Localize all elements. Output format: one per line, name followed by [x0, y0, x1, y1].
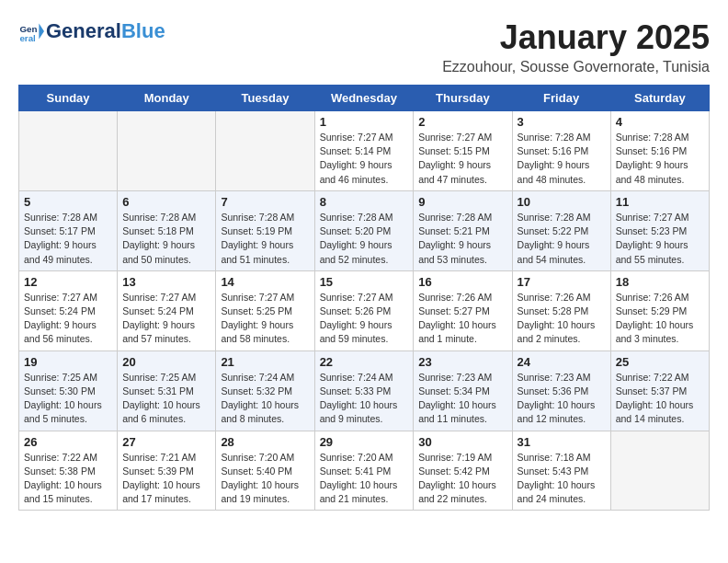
calendar-week-row: 1Sunrise: 7:27 AM Sunset: 5:14 PM Daylig… — [19, 111, 710, 191]
day-number: 15 — [320, 275, 409, 289]
calendar-day-cell: 1Sunrise: 7:27 AM Sunset: 5:14 PM Daylig… — [314, 111, 414, 191]
day-sun-info: Sunrise: 7:27 AM Sunset: 5:23 PM Dayligh… — [616, 211, 704, 267]
calendar-day-cell — [19, 111, 118, 191]
day-number: 28 — [221, 435, 309, 449]
calendar-day-cell: 9Sunrise: 7:28 AM Sunset: 5:21 PM Daylig… — [414, 190, 512, 270]
day-number: 5 — [24, 195, 112, 209]
calendar-week-row: 26Sunrise: 7:22 AM Sunset: 5:38 PM Dayli… — [19, 431, 710, 511]
day-sun-info: Sunrise: 7:26 AM Sunset: 5:29 PM Dayligh… — [616, 291, 704, 347]
day-number: 27 — [122, 435, 210, 449]
day-sun-info: Sunrise: 7:28 AM Sunset: 5:20 PM Dayligh… — [320, 211, 409, 267]
day-number: 8 — [320, 195, 409, 209]
day-sun-info: Sunrise: 7:27 AM Sunset: 5:25 PM Dayligh… — [221, 291, 309, 347]
day-number: 11 — [616, 195, 704, 209]
calendar-week-row: 19Sunrise: 7:25 AM Sunset: 5:30 PM Dayli… — [19, 350, 710, 431]
calendar-day-cell: 5Sunrise: 7:28 AM Sunset: 5:17 PM Daylig… — [19, 190, 118, 270]
day-sun-info: Sunrise: 7:27 AM Sunset: 5:24 PM Dayligh… — [24, 291, 112, 347]
day-sun-info: Sunrise: 7:28 AM Sunset: 5:18 PM Dayligh… — [122, 211, 210, 267]
day-sun-info: Sunrise: 7:20 AM Sunset: 5:40 PM Dayligh… — [221, 451, 309, 507]
page-header: Gen eral GeneralBlue January 2025 Ezzouh… — [18, 18, 710, 75]
day-number: 23 — [418, 355, 506, 369]
calendar-day-cell: 19Sunrise: 7:25 AM Sunset: 5:30 PM Dayli… — [19, 350, 118, 431]
day-sun-info: Sunrise: 7:24 AM Sunset: 5:32 PM Dayligh… — [221, 371, 309, 427]
day-number: 21 — [221, 355, 309, 369]
calendar-day-cell — [118, 111, 216, 191]
day-sun-info: Sunrise: 7:27 AM Sunset: 5:24 PM Dayligh… — [122, 291, 210, 347]
day-number: 18 — [616, 275, 704, 289]
day-number: 16 — [418, 275, 506, 289]
location-subtitle: Ezzouhour, Sousse Governorate, Tunisia — [442, 59, 710, 75]
calendar-day-cell: 8Sunrise: 7:28 AM Sunset: 5:20 PM Daylig… — [314, 190, 414, 270]
calendar-day-cell: 16Sunrise: 7:26 AM Sunset: 5:27 PM Dayli… — [414, 270, 512, 350]
calendar-day-cell: 2Sunrise: 7:27 AM Sunset: 5:15 PM Daylig… — [414, 111, 512, 191]
day-number: 24 — [518, 355, 606, 369]
calendar-day-cell: 17Sunrise: 7:26 AM Sunset: 5:28 PM Dayli… — [512, 270, 610, 350]
calendar-day-cell: 26Sunrise: 7:22 AM Sunset: 5:38 PM Dayli… — [19, 431, 118, 511]
day-sun-info: Sunrise: 7:28 AM Sunset: 5:19 PM Dayligh… — [221, 211, 309, 267]
calendar-day-cell: 21Sunrise: 7:24 AM Sunset: 5:32 PM Dayli… — [216, 350, 314, 431]
day-of-week-header: Wednesday — [314, 86, 414, 111]
day-number: 6 — [122, 195, 210, 209]
day-number: 2 — [418, 115, 506, 129]
calendar-day-cell: 22Sunrise: 7:24 AM Sunset: 5:33 PM Dayli… — [314, 350, 414, 431]
calendar-header-row: SundayMondayTuesdayWednesdayThursdayFrid… — [19, 86, 710, 111]
day-number: 31 — [518, 435, 606, 449]
day-sun-info: Sunrise: 7:25 AM Sunset: 5:31 PM Dayligh… — [122, 371, 210, 427]
calendar-day-cell: 27Sunrise: 7:21 AM Sunset: 5:39 PM Dayli… — [118, 431, 216, 511]
day-sun-info: Sunrise: 7:22 AM Sunset: 5:38 PM Dayligh… — [24, 451, 112, 507]
calendar-day-cell: 13Sunrise: 7:27 AM Sunset: 5:24 PM Dayli… — [118, 270, 216, 350]
day-number: 4 — [616, 115, 704, 129]
svg-marker-3 — [39, 24, 44, 40]
day-of-week-header: Sunday — [19, 86, 118, 111]
calendar-day-cell: 25Sunrise: 7:22 AM Sunset: 5:37 PM Dayli… — [610, 350, 709, 431]
calendar-day-cell: 14Sunrise: 7:27 AM Sunset: 5:25 PM Dayli… — [216, 270, 314, 350]
day-number: 7 — [221, 195, 309, 209]
title-block: January 2025 Ezzouhour, Sousse Governora… — [442, 18, 710, 75]
day-of-week-header: Tuesday — [216, 86, 314, 111]
calendar-day-cell: 15Sunrise: 7:27 AM Sunset: 5:26 PM Dayli… — [314, 270, 414, 350]
calendar-day-cell: 30Sunrise: 7:19 AM Sunset: 5:42 PM Dayli… — [414, 431, 512, 511]
day-sun-info: Sunrise: 7:28 AM Sunset: 5:22 PM Dayligh… — [518, 211, 606, 267]
calendar-day-cell: 29Sunrise: 7:20 AM Sunset: 5:41 PM Dayli… — [314, 431, 414, 511]
day-of-week-header: Thursday — [414, 86, 512, 111]
logo-general-text: General — [46, 19, 121, 42]
day-number: 1 — [320, 115, 409, 129]
day-of-week-header: Friday — [512, 86, 610, 111]
calendar-day-cell — [610, 431, 709, 511]
day-number: 19 — [24, 355, 112, 369]
calendar-day-cell: 23Sunrise: 7:23 AM Sunset: 5:34 PM Dayli… — [414, 350, 512, 431]
calendar-day-cell: 28Sunrise: 7:20 AM Sunset: 5:40 PM Dayli… — [216, 431, 314, 511]
logo-icon: Gen eral — [18, 18, 44, 44]
day-sun-info: Sunrise: 7:26 AM Sunset: 5:27 PM Dayligh… — [418, 291, 506, 347]
day-sun-info: Sunrise: 7:26 AM Sunset: 5:28 PM Dayligh… — [518, 291, 606, 347]
calendar-day-cell — [216, 111, 314, 191]
day-sun-info: Sunrise: 7:27 AM Sunset: 5:14 PM Dayligh… — [320, 131, 409, 187]
day-number: 17 — [518, 275, 606, 289]
calendar-day-cell: 11Sunrise: 7:27 AM Sunset: 5:23 PM Dayli… — [610, 190, 709, 270]
day-sun-info: Sunrise: 7:23 AM Sunset: 5:36 PM Dayligh… — [518, 371, 606, 427]
day-sun-info: Sunrise: 7:19 AM Sunset: 5:42 PM Dayligh… — [418, 451, 506, 507]
day-sun-info: Sunrise: 7:28 AM Sunset: 5:16 PM Dayligh… — [518, 131, 606, 187]
calendar-day-cell: 31Sunrise: 7:18 AM Sunset: 5:43 PM Dayli… — [512, 431, 610, 511]
calendar-day-cell: 3Sunrise: 7:28 AM Sunset: 5:16 PM Daylig… — [512, 111, 610, 191]
calendar-day-cell: 12Sunrise: 7:27 AM Sunset: 5:24 PM Dayli… — [19, 270, 118, 350]
day-sun-info: Sunrise: 7:21 AM Sunset: 5:39 PM Dayligh… — [122, 451, 210, 507]
day-sun-info: Sunrise: 7:18 AM Sunset: 5:43 PM Dayligh… — [518, 451, 606, 507]
logo-blue-text: Blue — [121, 19, 165, 42]
day-sun-info: Sunrise: 7:20 AM Sunset: 5:41 PM Dayligh… — [320, 451, 409, 507]
calendar-day-cell: 6Sunrise: 7:28 AM Sunset: 5:18 PM Daylig… — [118, 190, 216, 270]
day-number: 9 — [418, 195, 506, 209]
calendar-week-row: 12Sunrise: 7:27 AM Sunset: 5:24 PM Dayli… — [19, 270, 710, 350]
day-sun-info: Sunrise: 7:28 AM Sunset: 5:21 PM Dayligh… — [418, 211, 506, 267]
day-number: 14 — [221, 275, 309, 289]
day-of-week-header: Saturday — [610, 86, 709, 111]
month-title: January 2025 — [442, 18, 710, 57]
day-number: 10 — [518, 195, 606, 209]
calendar-day-cell: 10Sunrise: 7:28 AM Sunset: 5:22 PM Dayli… — [512, 190, 610, 270]
day-sun-info: Sunrise: 7:25 AM Sunset: 5:30 PM Dayligh… — [24, 371, 112, 427]
logo: Gen eral GeneralBlue — [18, 18, 165, 44]
day-number: 3 — [518, 115, 606, 129]
day-number: 30 — [418, 435, 506, 449]
day-sun-info: Sunrise: 7:22 AM Sunset: 5:37 PM Dayligh… — [616, 371, 704, 427]
day-number: 22 — [320, 355, 409, 369]
